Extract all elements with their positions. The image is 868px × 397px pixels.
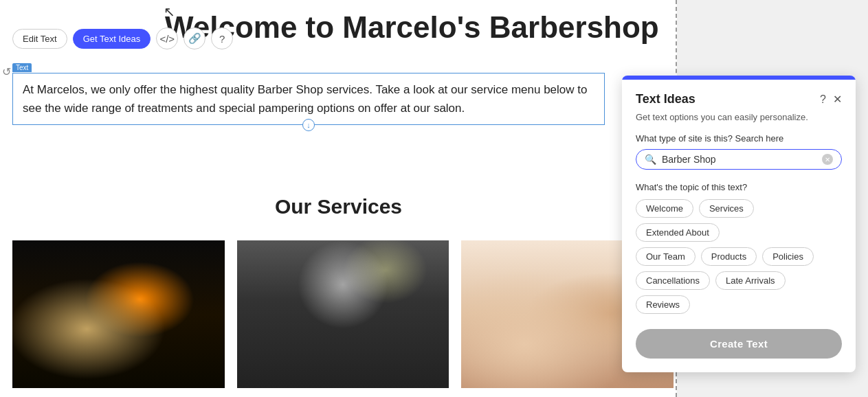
tag-cancellations[interactable]: Cancellations <box>636 271 710 290</box>
site-type-label: What type of site is this? Search here <box>636 133 842 144</box>
clear-search-button[interactable]: ✕ <box>822 154 833 165</box>
panel-help-icon: ? <box>820 93 826 105</box>
panel-close-button[interactable]: ✕ <box>833 93 842 106</box>
panel-close-icon: ✕ <box>833 93 842 105</box>
section-title: Our Services <box>0 195 677 218</box>
editor-canvas: ↖ Edit Text Get Text Ideas </> 🔗 ? Welco… <box>0 0 677 397</box>
tag-products[interactable]: Products <box>701 247 757 266</box>
topic-label: What's the topic of this text? <box>636 182 842 192</box>
text-label: Text <box>12 63 32 72</box>
edit-text-button[interactable]: Edit Text <box>12 29 67 49</box>
text-ideas-panel: Text Ideas ? ✕ Get text options you can … <box>622 76 856 372</box>
create-text-button[interactable]: Create Text <box>636 329 842 359</box>
tags-row-1: Welcome Services Extended About <box>636 199 842 242</box>
tag-late-arrivals[interactable]: Late Arrivals <box>715 271 786 290</box>
tags-row-3: Cancellations Late Arrivals Reviews <box>636 271 842 314</box>
tag-reviews[interactable]: Reviews <box>636 295 690 314</box>
help-icon: ? <box>219 33 225 45</box>
tag-policies[interactable]: Policies <box>762 247 814 266</box>
tag-extended-about[interactable]: Extended About <box>636 223 720 242</box>
help-icon-button[interactable]: ? <box>211 27 233 49</box>
panel-subtitle: Get text options you can easily personal… <box>636 112 842 122</box>
text-block[interactable]: At Marcelos, we only offer the highest q… <box>12 73 605 125</box>
panel-title: Text Ideas <box>636 92 695 106</box>
tag-services[interactable]: Services <box>699 199 754 218</box>
code-icon-button[interactable]: </> <box>156 27 178 49</box>
link-icon-button[interactable]: 🔗 <box>183 27 205 49</box>
resize-handle[interactable] <box>302 119 315 131</box>
tags-row-2: Our Team Products Policies <box>636 247 842 266</box>
barber-image-1 <box>12 240 225 388</box>
toolbar: Edit Text Get Text Ideas </> 🔗 ? <box>12 27 233 49</box>
refresh-icon: ↺ <box>2 65 11 78</box>
image-grid <box>12 240 674 388</box>
cursor-icon: ↖ <box>164 3 175 20</box>
text-block-wrapper: Text At Marcelos, we only offer the high… <box>12 60 605 125</box>
search-input[interactable] <box>662 154 822 165</box>
description-text: At Marcelos, we only offer the highest q… <box>23 83 587 115</box>
search-icon: 🔍 <box>645 154 656 165</box>
tag-our-team[interactable]: Our Team <box>636 247 695 266</box>
panel-help-button[interactable]: ? <box>820 93 826 106</box>
panel-title-icons: ? ✕ <box>820 93 842 106</box>
barber-image-2 <box>237 240 449 388</box>
tag-welcome[interactable]: Welcome <box>636 199 693 218</box>
get-text-ideas-button[interactable]: Get Text Ideas <box>73 29 151 49</box>
link-icon: 🔗 <box>188 32 201 45</box>
search-row: 🔍 ✕ <box>636 149 842 170</box>
code-icon: </> <box>159 33 175 45</box>
panel-title-row: Text Ideas ? ✕ <box>636 92 842 106</box>
page-title: Welcome to Marcelo's Barbershop <box>165 10 659 45</box>
